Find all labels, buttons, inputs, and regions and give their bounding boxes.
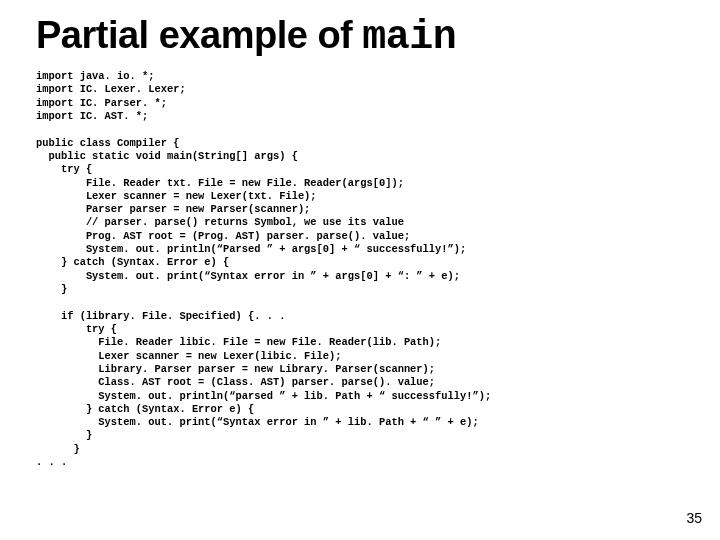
slide-number: 35 [686, 510, 702, 526]
title-code-word: main [362, 15, 456, 60]
slide-title: Partial example of main [36, 14, 692, 60]
title-text: Partial example of [36, 14, 362, 56]
code-block: import java. io. *; import IC. Lexer. Le… [36, 70, 692, 469]
slide: Partial example of main import java. io.… [0, 0, 720, 540]
